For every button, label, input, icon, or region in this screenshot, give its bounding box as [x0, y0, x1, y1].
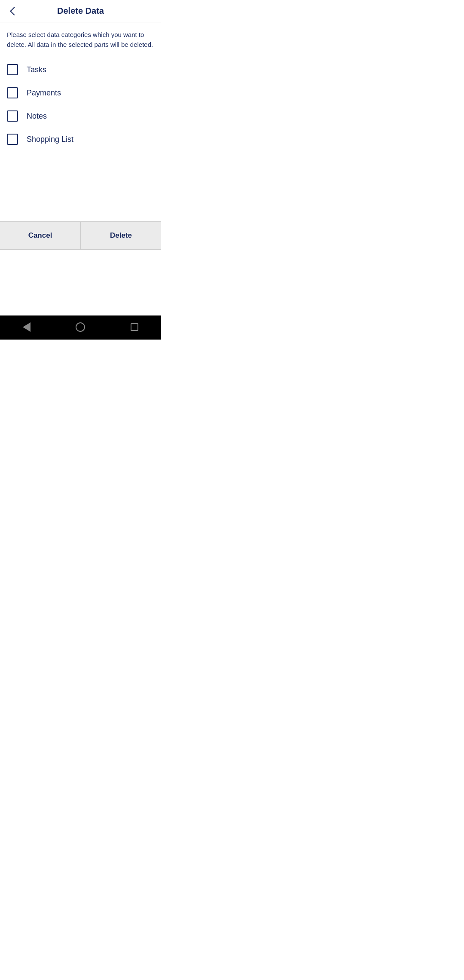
nav-recents-icon	[131, 323, 138, 331]
delete-button[interactable]: Delete	[81, 222, 161, 249]
shopping-list-checkbox[interactable]	[7, 134, 18, 145]
cancel-button[interactable]: Cancel	[0, 222, 81, 249]
content-spacer	[0, 250, 161, 316]
notes-checkbox[interactable]	[7, 110, 18, 122]
page-title: Delete Data	[57, 6, 104, 16]
list-item[interactable]: Payments	[7, 81, 154, 104]
nav-home-button[interactable]	[65, 321, 95, 334]
tasks-label: Tasks	[27, 65, 46, 74]
nav-back-button[interactable]	[12, 321, 41, 334]
payments-label: Payments	[27, 89, 61, 98]
back-button[interactable]	[6, 4, 20, 18]
header: Delete Data	[0, 0, 161, 22]
list-item[interactable]: Notes	[7, 104, 154, 128]
notes-label: Notes	[27, 112, 47, 121]
action-buttons: Cancel Delete	[0, 221, 161, 250]
list-item[interactable]: Tasks	[7, 58, 154, 81]
navigation-bar	[0, 315, 161, 340]
tasks-checkbox[interactable]	[7, 64, 18, 75]
payments-checkbox[interactable]	[7, 87, 18, 98]
back-arrow-icon	[8, 6, 18, 16]
nav-recents-button[interactable]	[120, 322, 149, 333]
list-item[interactable]: Shopping List	[7, 128, 154, 151]
shopping-list-label: Shopping List	[27, 135, 73, 144]
nav-home-icon	[76, 322, 85, 332]
nav-back-icon	[23, 322, 31, 332]
category-list: Tasks Payments Notes Shopping List	[0, 54, 161, 221]
description-text: Please select data categories which you …	[0, 22, 161, 54]
